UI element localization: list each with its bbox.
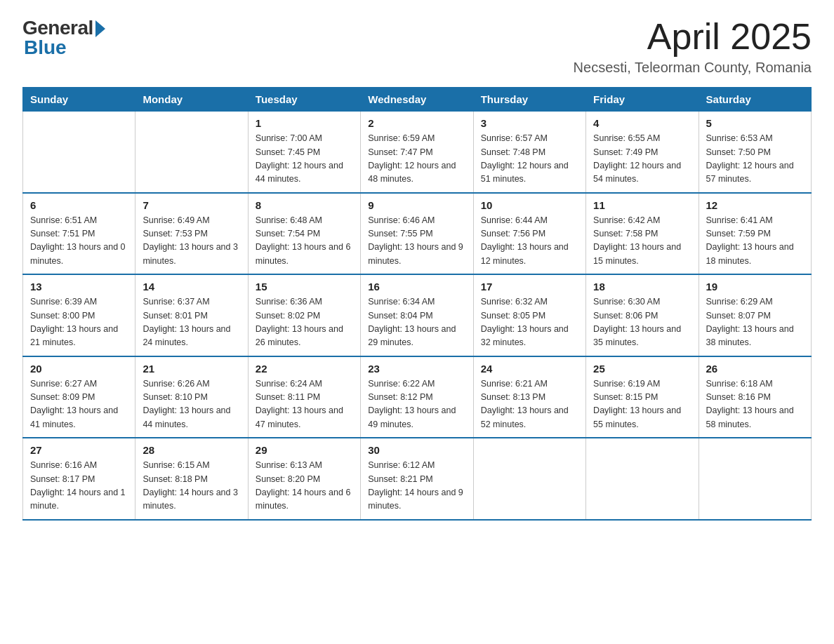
calendar-cell — [699, 438, 811, 520]
day-detail: Sunrise: 6:34 AM Sunset: 8:04 PM Dayligh… — [368, 295, 465, 350]
day-number: 9 — [368, 199, 465, 211]
day-number: 14 — [143, 281, 240, 293]
calendar-cell: 12Sunrise: 6:41 AM Sunset: 7:59 PM Dayli… — [699, 193, 811, 275]
calendar-cell — [135, 112, 248, 193]
calendar-header-row: SundayMondayTuesdayWednesdayThursdayFrid… — [23, 88, 812, 112]
day-number: 16 — [368, 281, 465, 293]
day-detail: Sunrise: 6:24 AM Sunset: 8:11 PM Dayligh… — [256, 377, 353, 432]
day-detail: Sunrise: 6:18 AM Sunset: 8:16 PM Dayligh… — [706, 377, 804, 432]
day-number: 2 — [368, 117, 465, 129]
day-detail: Sunrise: 6:49 AM Sunset: 7:53 PM Dayligh… — [143, 214, 240, 269]
day-detail: Sunrise: 6:59 AM Sunset: 7:47 PM Dayligh… — [368, 132, 465, 187]
day-detail: Sunrise: 6:41 AM Sunset: 7:59 PM Dayligh… — [706, 214, 804, 269]
col-header-tuesday: Tuesday — [248, 88, 360, 112]
day-number: 3 — [481, 117, 578, 129]
day-number: 29 — [256, 444, 353, 456]
day-detail: Sunrise: 6:15 AM Sunset: 8:18 PM Dayligh… — [143, 459, 240, 514]
day-number: 20 — [30, 363, 128, 375]
day-detail: Sunrise: 6:57 AM Sunset: 7:48 PM Dayligh… — [481, 132, 578, 187]
day-detail: Sunrise: 6:46 AM Sunset: 7:55 PM Dayligh… — [368, 214, 465, 269]
day-number: 17 — [481, 281, 578, 293]
day-detail: Sunrise: 6:26 AM Sunset: 8:10 PM Dayligh… — [143, 377, 240, 432]
day-number: 1 — [256, 117, 353, 129]
day-detail: Sunrise: 6:29 AM Sunset: 8:07 PM Dayligh… — [706, 295, 804, 350]
calendar-cell: 4Sunrise: 6:55 AM Sunset: 7:49 PM Daylig… — [586, 112, 699, 193]
day-number: 6 — [30, 199, 128, 211]
day-number: 7 — [143, 199, 240, 211]
calendar-table: SundayMondayTuesdayWednesdayThursdayFrid… — [22, 87, 812, 521]
day-number: 18 — [593, 281, 691, 293]
day-number: 23 — [368, 363, 465, 375]
day-number: 15 — [256, 281, 353, 293]
day-detail: Sunrise: 6:55 AM Sunset: 7:49 PM Dayligh… — [593, 132, 691, 187]
day-detail: Sunrise: 6:48 AM Sunset: 7:54 PM Dayligh… — [256, 214, 353, 269]
day-detail: Sunrise: 7:00 AM Sunset: 7:45 PM Dayligh… — [256, 132, 353, 187]
calendar-cell: 8Sunrise: 6:48 AM Sunset: 7:54 PM Daylig… — [248, 193, 360, 275]
calendar-cell: 20Sunrise: 6:27 AM Sunset: 8:09 PM Dayli… — [23, 356, 135, 438]
day-number: 5 — [706, 117, 804, 129]
calendar-cell: 13Sunrise: 6:39 AM Sunset: 8:00 PM Dayli… — [23, 274, 135, 356]
day-number: 10 — [481, 199, 578, 211]
calendar-cell: 1Sunrise: 7:00 AM Sunset: 7:45 PM Daylig… — [248, 112, 360, 193]
week-row-4: 20Sunrise: 6:27 AM Sunset: 8:09 PM Dayli… — [23, 356, 812, 438]
day-detail: Sunrise: 6:53 AM Sunset: 7:50 PM Dayligh… — [706, 132, 804, 187]
day-number: 4 — [593, 117, 691, 129]
day-number: 27 — [30, 444, 128, 456]
day-detail: Sunrise: 6:21 AM Sunset: 8:13 PM Dayligh… — [481, 377, 578, 432]
calendar-cell: 19Sunrise: 6:29 AM Sunset: 8:07 PM Dayli… — [699, 274, 811, 356]
calendar-cell: 30Sunrise: 6:12 AM Sunset: 8:21 PM Dayli… — [361, 438, 473, 520]
day-detail: Sunrise: 6:27 AM Sunset: 8:09 PM Dayligh… — [30, 377, 128, 432]
calendar-cell: 5Sunrise: 6:53 AM Sunset: 7:50 PM Daylig… — [699, 112, 811, 193]
title-area: April 2025 Necsesti, Teleorman County, R… — [574, 17, 812, 76]
day-detail: Sunrise: 6:16 AM Sunset: 8:17 PM Dayligh… — [30, 459, 128, 514]
day-number: 26 — [706, 363, 804, 375]
week-row-1: 1Sunrise: 7:00 AM Sunset: 7:45 PM Daylig… — [23, 112, 812, 193]
day-detail: Sunrise: 6:30 AM Sunset: 8:06 PM Dayligh… — [593, 295, 691, 350]
day-detail: Sunrise: 6:22 AM Sunset: 8:12 PM Dayligh… — [368, 377, 465, 432]
page-header: General Blue April 2025 Necsesti, Teleor… — [22, 17, 812, 76]
col-header-monday: Monday — [135, 88, 248, 112]
week-row-3: 13Sunrise: 6:39 AM Sunset: 8:00 PM Dayli… — [23, 274, 812, 356]
location-title: Necsesti, Teleorman County, Romania — [574, 60, 812, 76]
calendar-cell: 3Sunrise: 6:57 AM Sunset: 7:48 PM Daylig… — [473, 112, 585, 193]
calendar-cell: 23Sunrise: 6:22 AM Sunset: 8:12 PM Dayli… — [361, 356, 473, 438]
calendar-cell: 14Sunrise: 6:37 AM Sunset: 8:01 PM Dayli… — [135, 274, 248, 356]
day-detail: Sunrise: 6:42 AM Sunset: 7:58 PM Dayligh… — [593, 214, 691, 269]
day-detail: Sunrise: 6:39 AM Sunset: 8:00 PM Dayligh… — [30, 295, 128, 350]
calendar-cell: 17Sunrise: 6:32 AM Sunset: 8:05 PM Dayli… — [473, 274, 585, 356]
day-detail: Sunrise: 6:44 AM Sunset: 7:56 PM Dayligh… — [481, 214, 578, 269]
logo-arrow-icon — [95, 20, 105, 37]
calendar-cell: 22Sunrise: 6:24 AM Sunset: 8:11 PM Dayli… — [248, 356, 360, 438]
calendar-cell — [23, 112, 135, 193]
logo: General Blue — [22, 17, 105, 59]
day-detail: Sunrise: 6:13 AM Sunset: 8:20 PM Dayligh… — [256, 459, 353, 514]
day-detail: Sunrise: 6:19 AM Sunset: 8:15 PM Dayligh… — [593, 377, 691, 432]
week-row-5: 27Sunrise: 6:16 AM Sunset: 8:17 PM Dayli… — [23, 438, 812, 520]
calendar-cell: 15Sunrise: 6:36 AM Sunset: 8:02 PM Dayli… — [248, 274, 360, 356]
calendar-cell: 2Sunrise: 6:59 AM Sunset: 7:47 PM Daylig… — [361, 112, 473, 193]
day-number: 25 — [593, 363, 691, 375]
calendar-cell: 21Sunrise: 6:26 AM Sunset: 8:10 PM Dayli… — [135, 356, 248, 438]
week-row-2: 6Sunrise: 6:51 AM Sunset: 7:51 PM Daylig… — [23, 193, 812, 275]
calendar-cell: 26Sunrise: 6:18 AM Sunset: 8:16 PM Dayli… — [699, 356, 811, 438]
day-number: 28 — [143, 444, 240, 456]
calendar-cell: 11Sunrise: 6:42 AM Sunset: 7:58 PM Dayli… — [586, 193, 699, 275]
day-number: 24 — [481, 363, 578, 375]
calendar-cell: 25Sunrise: 6:19 AM Sunset: 8:15 PM Dayli… — [586, 356, 699, 438]
day-detail: Sunrise: 6:51 AM Sunset: 7:51 PM Dayligh… — [30, 214, 128, 269]
day-number: 8 — [256, 199, 353, 211]
col-header-thursday: Thursday — [473, 88, 585, 112]
calendar-cell: 28Sunrise: 6:15 AM Sunset: 8:18 PM Dayli… — [135, 438, 248, 520]
calendar-cell: 24Sunrise: 6:21 AM Sunset: 8:13 PM Dayli… — [473, 356, 585, 438]
day-detail: Sunrise: 6:36 AM Sunset: 8:02 PM Dayligh… — [256, 295, 353, 350]
calendar-cell: 6Sunrise: 6:51 AM Sunset: 7:51 PM Daylig… — [23, 193, 135, 275]
calendar-cell: 9Sunrise: 6:46 AM Sunset: 7:55 PM Daylig… — [361, 193, 473, 275]
day-number: 19 — [706, 281, 804, 293]
day-detail: Sunrise: 6:32 AM Sunset: 8:05 PM Dayligh… — [481, 295, 578, 350]
logo-blue-text: Blue — [22, 36, 67, 59]
col-header-friday: Friday — [586, 88, 699, 112]
day-number: 30 — [368, 444, 465, 456]
day-detail: Sunrise: 6:12 AM Sunset: 8:21 PM Dayligh… — [368, 459, 465, 514]
day-number: 12 — [706, 199, 804, 211]
calendar-cell: 18Sunrise: 6:30 AM Sunset: 8:06 PM Dayli… — [586, 274, 699, 356]
